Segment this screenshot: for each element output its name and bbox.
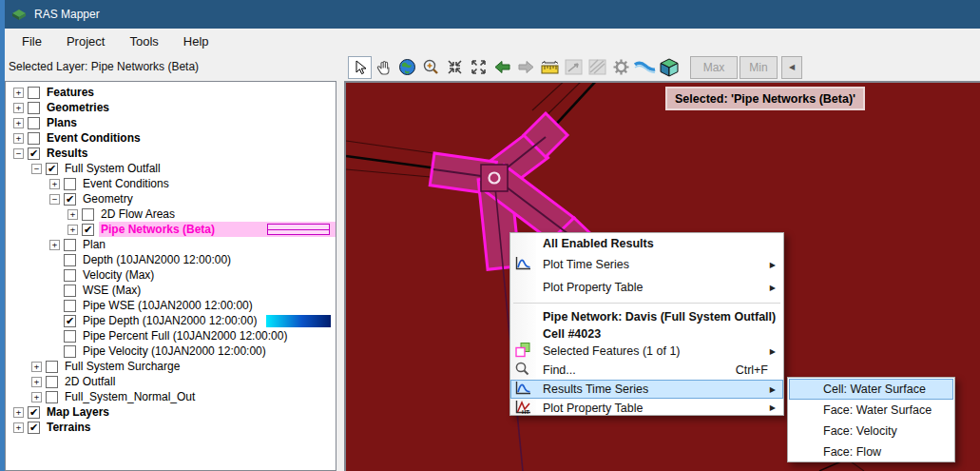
water-surface-profile-icon[interactable] <box>633 56 657 79</box>
tree-item-label[interactable]: Full System Outfall <box>63 162 163 175</box>
3d-viewer-cube-icon[interactable] <box>657 56 681 79</box>
expand-toggle-icon[interactable]: + <box>31 362 42 372</box>
junction-node-marker[interactable] <box>481 165 508 191</box>
expand-toggle-icon[interactable]: + <box>13 88 24 98</box>
menu-item-plot-time-series[interactable]: Plot Time Series▶ <box>510 253 783 276</box>
settings-gear-icon[interactable] <box>609 56 633 79</box>
submenu-item-face-water-surface[interactable]: Face: Water Surface <box>789 400 953 421</box>
tree-item-label[interactable]: Depth (10JAN2000 12:00:00) <box>81 253 233 266</box>
menu-item-plot-property-table[interactable]: HTPlot Property Table▶ <box>510 399 783 417</box>
menu-item-selected-features-1-of-1[interactable]: Selected Features (1 of 1)▶ <box>510 342 783 361</box>
maximize-results-button[interactable]: Max <box>690 56 738 79</box>
tree-item-label[interactable]: WSE (Max) <box>81 284 143 297</box>
expand-toggle-icon[interactable]: + <box>13 133 24 144</box>
tree-item-wse-max[interactable]: WSE (Max) <box>6 283 336 298</box>
layer-checkbox[interactable] <box>28 117 40 129</box>
zoom-in-magnifier-icon[interactable] <box>419 56 443 79</box>
menu-item-results-time-series[interactable]: Results Time Series▶ <box>510 380 783 399</box>
layer-checkbox[interactable] <box>46 361 58 373</box>
tree-item-full-system-outfall[interactable]: −✔Full System Outfall <box>6 161 336 176</box>
tree-item-pipe-velocity-10jan2000-12-00-00[interactable]: Pipe Velocity (10JAN2000 12:00:00) <box>6 343 336 359</box>
layer-checkbox[interactable] <box>64 254 76 266</box>
tree-item-label[interactable]: Plan <box>81 238 107 251</box>
tree-item-pipe-depth-10jan2000-12-00-00[interactable]: ✔Pipe Depth (10JAN2000 12:00:00) <box>6 313 336 328</box>
tree-item-label[interactable]: Pipe WSE (10JAN2000 12:00:00) <box>81 299 255 312</box>
submenu-item-cell-water-surface[interactable]: Cell: Water Surface <box>789 379 953 400</box>
layer-checkbox[interactable] <box>64 300 76 312</box>
tree-item-label[interactable]: Features <box>45 86 96 99</box>
tree-item-results[interactable]: −✔Results <box>6 146 336 161</box>
submenu-item-face-velocity[interactable]: Face: Velocity <box>789 421 953 442</box>
profile-lines-icon[interactable] <box>562 56 586 79</box>
cross-sections-icon[interactable] <box>586 56 609 79</box>
menu-item-find[interactable]: Find...Ctrl+F <box>510 361 783 380</box>
tree-item-label[interactable]: 2D Flow Areas <box>99 207 177 221</box>
tree-item-map-layers[interactable]: +✔Map Layers <box>6 404 336 420</box>
tree-item-event-conditions[interactable]: +Event Conditions <box>6 176 336 191</box>
tree-item-label[interactable]: Pipe Velocity (10JAN2000 12:00:00) <box>81 344 268 358</box>
tree-item-2d-outfall[interactable]: +2D Outfall <box>6 374 336 389</box>
menu-project[interactable]: Project <box>54 30 117 52</box>
layer-checkbox[interactable] <box>28 102 40 114</box>
tree-item-pipe-networks-beta[interactable]: +✔Pipe Networks (Beta) <box>6 222 336 237</box>
layer-checkbox[interactable]: ✔ <box>64 193 76 206</box>
tree-item-pipe-wse-10jan2000-12-00-00[interactable]: Pipe WSE (10JAN2000 12:00:00) <box>6 298 336 313</box>
menu-help[interactable]: Help <box>171 30 221 52</box>
layer-checkbox[interactable] <box>64 178 76 190</box>
layer-checkbox[interactable] <box>28 87 40 99</box>
layer-checkbox[interactable] <box>64 330 76 343</box>
zoom-out-icon[interactable] <box>467 56 490 79</box>
expand-toggle-icon[interactable]: + <box>31 377 42 387</box>
tree-item-label[interactable]: Full System Surcharge <box>63 360 182 373</box>
layer-checkbox[interactable] <box>64 285 76 297</box>
menu-tools[interactable]: Tools <box>117 30 170 52</box>
measure-ruler-icon[interactable] <box>538 56 562 79</box>
tree-item-full-system-surcharge[interactable]: +Full System Surcharge <box>6 359 336 374</box>
tree-item-velocity-max[interactable]: Velocity (Max) <box>6 267 336 283</box>
next-view-icon[interactable] <box>514 56 538 79</box>
layer-checkbox[interactable]: ✔ <box>82 224 94 236</box>
tree-item-event-conditions[interactable]: +Event Conditions <box>6 130 336 146</box>
collapse-toolbar-button[interactable]: ◀ <box>781 56 802 79</box>
expand-toggle-icon[interactable]: − <box>13 148 24 159</box>
expand-toggle-icon[interactable]: + <box>31 392 42 402</box>
layer-checkbox[interactable] <box>82 208 94 221</box>
expand-toggle-icon[interactable]: + <box>13 103 24 113</box>
expand-toggle-icon[interactable]: + <box>67 225 78 235</box>
expand-toggle-icon[interactable]: + <box>13 407 24 418</box>
tree-item-label[interactable]: 2D Outfall <box>63 375 117 388</box>
tree-item-label[interactable]: Plans <box>45 116 79 129</box>
layer-checkbox[interactable]: ✔ <box>28 147 40 160</box>
minimize-results-button[interactable]: Min <box>740 56 778 79</box>
expand-toggle-icon[interactable]: + <box>49 179 60 189</box>
menu-item-plot-property-table[interactable]: Plot Property Table▶ <box>510 276 783 299</box>
tree-item-label[interactable]: Terrains <box>45 421 92 434</box>
expand-toggle-icon[interactable]: − <box>31 164 42 174</box>
submenu-item-face-flow[interactable]: Face: Flow <box>789 442 953 462</box>
layer-checkbox[interactable] <box>64 269 76 282</box>
layer-checkbox[interactable]: ✔ <box>46 163 58 175</box>
layer-checkbox[interactable]: ✔ <box>64 315 76 327</box>
tree-item-label[interactable]: Pipe Percent Full (10JAN2000 12:00:00) <box>81 329 289 343</box>
tree-item-2d-flow-areas[interactable]: +2D Flow Areas <box>6 206 336 222</box>
tree-item-pipe-percent-full-10jan2000-12-00-00[interactable]: Pipe Percent Full (10JAN2000 12:00:00) <box>6 328 336 343</box>
menu-file[interactable]: File <box>10 30 54 52</box>
layer-checkbox[interactable] <box>64 345 76 358</box>
tree-item-label[interactable]: Full_System_Normal_Out <box>63 390 197 403</box>
expand-toggle-icon[interactable]: + <box>67 209 78 220</box>
tree-item-features[interactable]: +Features <box>6 85 336 100</box>
tree-item-label[interactable]: Pipe Depth (10JAN2000 12:00:00) <box>81 314 259 327</box>
tree-item-label[interactable]: Map Layers <box>45 405 111 419</box>
tree-item-full-system-normal-out[interactable]: +Full_System_Normal_Out <box>6 389 336 404</box>
expand-toggle-icon[interactable]: − <box>49 194 60 205</box>
tree-item-label[interactable]: Results <box>45 147 89 160</box>
tree-item-geometries[interactable]: +Geometries <box>6 100 336 115</box>
layer-checkbox[interactable]: ✔ <box>28 406 40 419</box>
tree-item-label[interactable]: Event Conditions <box>45 131 143 145</box>
tree-item-terrains[interactable]: +✔Terrains <box>6 420 336 435</box>
layer-checkbox[interactable] <box>46 376 58 388</box>
layer-checkbox[interactable] <box>64 239 76 251</box>
tree-item-label[interactable]: Event Conditions <box>81 177 171 190</box>
tree-item-plan[interactable]: +Plan <box>6 237 336 252</box>
tree-item-label[interactable]: Pipe Networks (Beta) <box>99 223 217 236</box>
